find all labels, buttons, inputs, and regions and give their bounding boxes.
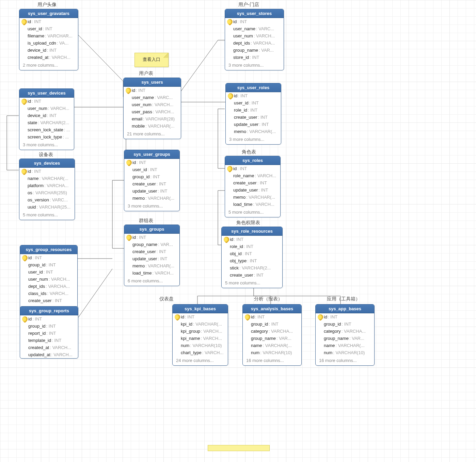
column-row[interactable]: mobile: VARCHAR(...: [124, 122, 181, 130]
column-row[interactable]: num: VARCHAR(10): [173, 342, 228, 349]
column-row[interactable]: group_name: VAR...: [316, 335, 374, 342]
column-row[interactable]: group_id: INT: [316, 320, 374, 328]
column-row[interactable]: id: INT: [225, 18, 284, 25]
column-row[interactable]: memo: VARCHAR(...: [124, 195, 179, 202]
table-header[interactable]: sys_devices: [19, 159, 75, 168]
column-row[interactable]: created_at: VARCH...: [20, 344, 78, 351]
column-row[interactable]: id: INT: [19, 98, 74, 105]
column-row[interactable]: update_user: INT: [124, 255, 179, 262]
column-row[interactable]: create_user: INT: [124, 180, 179, 187]
table-header[interactable]: sys_group_reports: [20, 307, 78, 315]
table-header[interactable]: sys_users: [124, 78, 181, 87]
table-header[interactable]: sys_kpi_bases: [173, 304, 228, 313]
column-row[interactable]: id: INT: [316, 313, 374, 320]
column-row[interactable]: role_id: INT: [226, 106, 281, 114]
more-columns-link[interactable]: 5 more columns...: [19, 211, 75, 220]
column-row[interactable]: id: INT: [226, 92, 281, 99]
column-row[interactable]: dept_ids: VARCHA...: [225, 39, 284, 47]
table-sys_analysis_bases[interactable]: sys_analysis_basesid: INTgroup_id: INTca…: [242, 304, 302, 366]
column-row[interactable]: id: INT: [124, 159, 179, 166]
column-row[interactable]: obj_id: INT: [222, 250, 282, 257]
column-row[interactable]: platform: VARCHA...: [19, 182, 75, 189]
column-row[interactable]: report_id: INT: [20, 330, 78, 337]
table-header[interactable]: sys_user_roles: [226, 83, 281, 92]
column-row[interactable]: screen_lock_state: ...: [19, 126, 74, 133]
column-row[interactable]: load_time: VARCH...: [124, 269, 179, 277]
more-columns-link[interactable]: 6 more columns...: [124, 277, 179, 286]
column-row[interactable]: kpi_group: VARCH...: [173, 328, 228, 335]
more-columns-link[interactable]: 5 more columns...: [222, 279, 282, 288]
column-row[interactable]: create_user: INT: [124, 248, 179, 255]
column-row[interactable]: template_id: INT: [20, 337, 78, 344]
table-sys_group_resources[interactable]: sys_group_resourcesid: INTgroup_id: INTu…: [20, 245, 78, 314]
column-row[interactable]: load_time: VARCH...: [225, 201, 280, 208]
column-row[interactable]: kpi_id: VARCHAR(...: [173, 320, 228, 328]
column-row[interactable]: role_name: VARCH...: [225, 172, 280, 179]
column-row[interactable]: user_id: INT: [19, 25, 78, 32]
column-row[interactable]: os_version: VARC...: [19, 196, 75, 203]
column-row[interactable]: obj_type: INT: [222, 257, 282, 264]
column-row[interactable]: group_name: VAR...: [124, 241, 179, 248]
column-row[interactable]: group_name: VAR...: [225, 47, 284, 54]
table-header[interactable]: sys_user_gravatars: [19, 9, 78, 18]
column-row[interactable]: updated_at: VARCH...: [20, 351, 78, 358]
sticky-note-entry[interactable]: 查看入口: [134, 53, 169, 67]
column-row[interactable]: group_id: INT: [124, 173, 179, 180]
table-sys_groups[interactable]: sys_groupsid: INTgroup_name: VAR...creat…: [124, 225, 180, 286]
column-row[interactable]: create_user: INT: [20, 297, 77, 304]
column-row[interactable]: id: INT: [124, 234, 179, 241]
table-sys_user_stores[interactable]: sys_user_storesid: INTuser_name: VARC...…: [225, 9, 284, 70]
column-row[interactable]: category: VARCHA...: [316, 328, 374, 335]
column-row[interactable]: update_user: INT: [226, 121, 281, 128]
more-columns-link[interactable]: 21 more columns...: [124, 130, 181, 139]
column-row[interactable]: user_id: INT: [226, 99, 281, 106]
column-row[interactable]: group_id: INT: [243, 320, 301, 328]
more-columns-link[interactable]: 2 more columns...: [19, 61, 78, 70]
table-sys_role_resources[interactable]: sys_role_resourcesid: INTrole_id: INTobj…: [221, 227, 283, 288]
column-row[interactable]: id: INT: [20, 315, 78, 323]
column-row[interactable]: id: INT: [19, 168, 75, 175]
table-sys_kpi_bases[interactable]: sys_kpi_basesid: INTkpi_id: VARCHAR(...k…: [172, 304, 228, 366]
column-row[interactable]: create_user: INT: [225, 179, 280, 186]
column-row[interactable]: user_name: VARC...: [225, 25, 284, 32]
table-sys_users[interactable]: sys_usersid: INTuser_name: VARC...user_n…: [123, 78, 181, 139]
table-header[interactable]: sys_app_bases: [316, 304, 374, 313]
more-columns-link[interactable]: 16 more columns...: [316, 356, 374, 365]
table-sys_devices[interactable]: sys_devicesid: INTname: VARCHAR(...platf…: [19, 159, 75, 220]
column-row[interactable]: uuid: VARCHAR(25...: [19, 203, 75, 211]
column-row[interactable]: group_name: VAR...: [243, 335, 301, 342]
table-header[interactable]: sys_group_resources: [20, 245, 77, 254]
column-row[interactable]: name: VARCHAR(...: [316, 342, 374, 349]
table-header[interactable]: sys_user_groups: [124, 150, 179, 159]
table-sys_user_gravatars[interactable]: sys_user_gravatarsid: INTuser_id: INTfil…: [19, 9, 78, 70]
more-columns-link[interactable]: 3 more columns...: [226, 135, 281, 144]
column-row[interactable]: id: INT: [19, 18, 78, 25]
column-row[interactable]: group_id: INT: [20, 323, 78, 330]
table-sys_roles[interactable]: sys_rolesid: INTrole_name: VARCH...creat…: [225, 156, 281, 217]
more-columns-link[interactable]: 16 more columns...: [243, 356, 301, 365]
column-row[interactable]: user_num: VARCH...: [20, 276, 77, 283]
column-row[interactable]: role_id: INT: [222, 243, 282, 250]
table-sys_user_devices[interactable]: sys_user_devicesid: INTuser_num: VARCH..…: [19, 88, 74, 150]
column-row[interactable]: created_at: VARCH...: [19, 54, 78, 61]
column-row[interactable]: filename: VARCHAR...: [19, 32, 78, 39]
column-row[interactable]: user_id: INT: [124, 166, 179, 173]
column-row[interactable]: name: VARCHAR(...: [19, 175, 75, 182]
column-row[interactable]: memo: VARCHAR(...: [124, 262, 179, 269]
column-row[interactable]: email: VARCHAR(28): [124, 115, 181, 122]
column-row[interactable]: user_pass: VARCH...: [124, 108, 181, 115]
column-row[interactable]: id: INT: [222, 236, 282, 243]
column-row[interactable]: name: VARCHAR(...: [243, 342, 301, 349]
table-header[interactable]: sys_groups: [124, 225, 179, 234]
more-columns-link[interactable]: 3 more columns...: [124, 202, 179, 211]
column-row[interactable]: user_num: VARCH...: [124, 101, 181, 108]
column-row[interactable]: user_num: VARCH...: [19, 105, 74, 112]
column-row[interactable]: update_user: INT: [124, 187, 179, 195]
column-row[interactable]: create_user: INT: [222, 271, 282, 279]
table-header[interactable]: sys_roles: [225, 156, 280, 165]
column-row[interactable]: num: VARCHAR(10): [243, 349, 301, 356]
more-columns-link[interactable]: 5 more columns...: [225, 208, 280, 217]
column-row[interactable]: memo: VARCHAR(...: [225, 194, 280, 201]
more-columns-link[interactable]: 3 more columns...: [19, 141, 74, 150]
column-row[interactable]: id: INT: [225, 165, 280, 172]
